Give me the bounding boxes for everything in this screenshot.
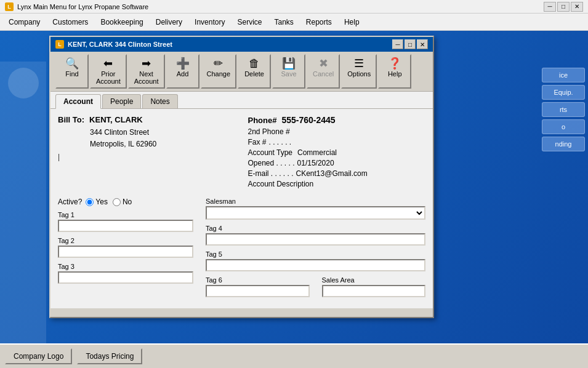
app-maximize-button[interactable]: □ [557,2,570,12]
account-type-label: Account Type [248,148,293,157]
app-minimize-button[interactable]: ─ [544,2,556,12]
options-button[interactable]: ☰ Options [341,54,377,89]
prior-account-button[interactable]: ⬅ PriorAccount [90,54,127,89]
modal-minimize-button[interactable]: ─ [392,39,403,49]
next-account-button[interactable]: ➡ NextAccount [128,54,165,89]
tag2-label: Tag 2 [58,237,193,244]
address-line2: Metropolis, IL 62960 [90,138,236,150]
modal-controls: ─ □ ✕ [392,39,428,49]
change-button[interactable]: ✏ Change [201,54,237,89]
menu-item-tanks[interactable]: Tanks [268,15,299,29]
modal-icon: L [55,40,64,49]
help-button[interactable]: ❓ Help [378,54,411,89]
bg-right-panel: ice Equip. rts o nding [542,68,585,151]
bg-panel-btn-equip[interactable]: Equip. [542,85,585,100]
add-label: Add [177,70,189,78]
cancel-button[interactable]: ✖ Cancel [307,54,340,89]
menu-item-bookkeeping[interactable]: Bookkeeping [94,15,149,29]
tab-content-account: Bill To: KENT, CLARK 344 Clinton Street … [50,108,433,308]
menu-item-customers[interactable]: Customers [46,15,94,29]
radio-yes-label: Yes [95,198,108,206]
tag3-input[interactable] [58,271,193,284]
sales-area-label: Sales Area [322,276,426,284]
modal-close-button[interactable]: ✕ [417,39,428,49]
account-desc-label: Account Description [248,180,314,188]
tab-people[interactable]: People [102,94,141,108]
phone-primary: Phone# 555-760-2445 [248,115,426,125]
tag6-input[interactable] [206,285,310,297]
find-button[interactable]: 🔍 Find [55,54,89,89]
menu-bar: Company Customers Bookkeeping Delivery I… [0,14,588,31]
prior-account-label: PriorAccount [96,70,121,85]
add-button[interactable]: ➕ Add [166,54,199,89]
menu-item-help[interactable]: Help [338,15,366,29]
bill-section: Bill To: KENT, CLARK 344 Clinton Street … [58,115,425,190]
save-button[interactable]: 💾 Save [272,54,305,89]
tab-bar: Account People Notes [50,92,433,108]
save-icon: 💾 [282,58,296,69]
bg-panel-btn-rts[interactable]: rts [542,102,585,117]
radio-yes[interactable]: Yes [86,198,108,206]
form-left: Active? Yes No Tag 1 [58,198,193,302]
app-window-controls: ─ □ ✕ [544,2,583,12]
delete-button[interactable]: 🗑 Delete [238,54,271,89]
salesman-select[interactable] [206,206,425,220]
customer-name: KENT, CLARK [89,115,143,124]
opened-label: Opened . . . . . [248,159,295,167]
tag4-input[interactable] [206,233,425,246]
bg-panel-btn-ice[interactable]: ice [542,68,585,82]
radio-no[interactable]: No [113,198,132,206]
sales-area-input[interactable] [322,285,426,297]
tag1-label: Tag 1 [58,211,193,218]
salesman-label: Salesman [206,198,425,205]
tag2-input[interactable] [58,246,193,258]
bg-panel-btn-nding[interactable]: nding [542,137,585,151]
scrollbar-area[interactable] [50,308,433,317]
radio-no-input[interactable] [113,198,121,206]
cursor-indicator: | [58,153,236,161]
fax-line: Fax # . . . . . . [248,138,426,146]
options-label: Options [347,70,371,78]
account-type-value: Commercial [297,148,337,157]
change-label: Change [207,70,231,78]
phone-number: 555-760-2445 [281,115,335,125]
app-title: Lynx Main Menu for Lynx Propane Software [17,3,540,10]
tag5-group: Tag 5 [206,250,425,271]
tag1-input[interactable] [58,220,193,232]
tag5-label: Tag 5 [206,250,425,258]
company-logo-button[interactable]: Company Logo [5,348,72,364]
menu-item-inventory[interactable]: Inventory [188,15,231,29]
app-close-button[interactable]: ✕ [571,2,583,12]
app-icon: L [5,2,14,11]
email-line: E-mail . . . . . . CKent13@Gmail.com [248,169,426,178]
menu-item-company[interactable]: Company [2,15,46,29]
todays-pricing-button[interactable]: Todays Pricing [77,348,142,364]
opened-line: Opened . . . . . 01/15/2020 [248,159,426,167]
tab-account[interactable]: Account [55,94,101,109]
sales-area-group: Sales Area [322,276,426,297]
bg-circle-logo [8,68,39,98]
tag5-input[interactable] [206,259,425,271]
radio-yes-input[interactable] [86,198,94,206]
tab-notes[interactable]: Notes [142,94,177,108]
bottom-bar: Company Logo Todays Pricing [0,343,588,368]
phone2-label: 2nd Phone # [248,127,290,136]
modal-title: KENT, CLARK 344 Clinton Street [68,41,389,48]
app-title-bar: L Lynx Main Menu for Lynx Propane Softwa… [0,0,588,14]
modal-maximize-button[interactable]: □ [405,39,416,49]
fax-label: Fax # [248,138,267,146]
find-label: Find [65,70,78,78]
bill-to-label: Bill To: [58,115,84,124]
menu-item-delivery[interactable]: Delivery [150,15,188,29]
bg-panel-btn-o[interactable]: o [542,119,585,134]
modal-title-bar: L KENT, CLARK 344 Clinton Street ─ □ ✕ [50,37,433,52]
tag6-group: Tag 6 [206,276,310,297]
add-icon: ➕ [176,58,190,69]
modal-window: L KENT, CLARK 344 Clinton Street ─ □ ✕ 🔍… [49,36,434,318]
menu-item-service[interactable]: Service [231,15,268,29]
account-desc-line: Account Description [248,180,426,188]
menu-item-reports[interactable]: Reports [300,15,338,29]
email-value: CKent13@Gmail.com [296,169,368,178]
active-group: Active? Yes No [58,198,193,206]
tag2-group: Tag 2 [58,237,193,258]
